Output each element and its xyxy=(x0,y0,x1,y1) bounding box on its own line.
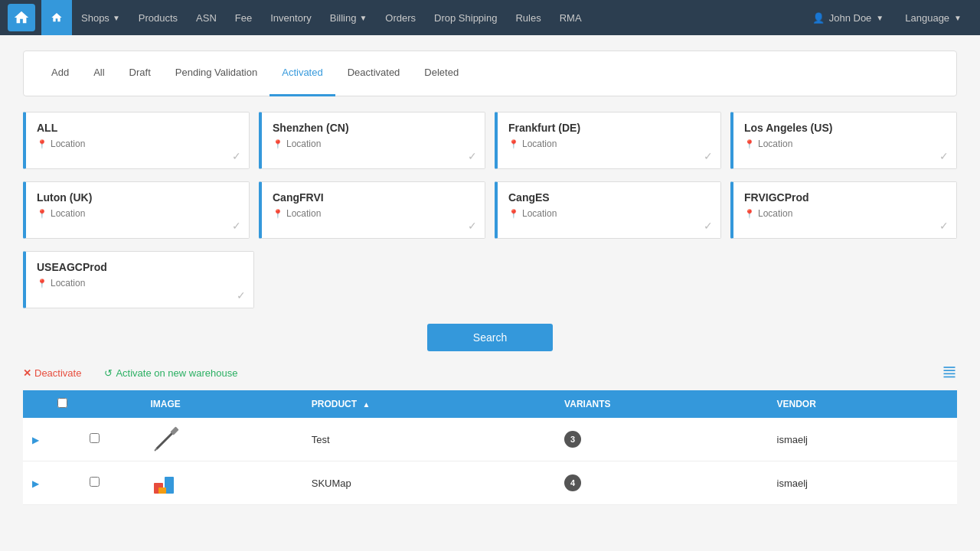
language-menu[interactable]: Language ▼ xyxy=(894,0,972,35)
warehouse-card-frankfurt[interactable]: Frankfurt (DE) 📍 Location ✓ xyxy=(495,112,721,169)
sort-icon: ▲ xyxy=(362,400,370,409)
location-icon: 📍 xyxy=(37,279,47,289)
row-variants-cell: 4 xyxy=(555,461,767,505)
svg-rect-3 xyxy=(944,377,956,378)
warehouse-grid-row1: ALL 📍 Location ✓ Shenzhen (CN) 📍 Locatio… xyxy=(23,112,957,169)
chevron-down-icon: ▼ xyxy=(954,14,962,22)
check-icon: ✓ xyxy=(939,220,949,232)
row-vendor-cell: ismaelj xyxy=(768,461,958,505)
expand-icon[interactable]: ▶ xyxy=(32,435,39,445)
activate-button[interactable]: ↺ Activate on new warehouse xyxy=(104,367,237,379)
search-btn-row: Search xyxy=(23,324,957,351)
location-icon: 📍 xyxy=(508,139,519,149)
table-header-row: IMAGE PRODUCT ▲ VARIANTS VENDOR xyxy=(23,390,957,418)
header-expand xyxy=(23,390,48,418)
row-image-cell xyxy=(142,418,302,461)
nav-fee[interactable]: Fee xyxy=(226,0,261,35)
tab-all[interactable]: All xyxy=(81,51,116,96)
x-icon: ✕ xyxy=(23,367,31,379)
nav-rma[interactable]: RMA xyxy=(550,0,591,35)
warehouse-card-shenzhen[interactable]: Shenzhen (CN) 📍 Location ✓ xyxy=(259,112,485,169)
warehouse-card-all[interactable]: ALL 📍 Location ✓ xyxy=(23,112,250,169)
check-icon: ✓ xyxy=(232,150,241,162)
nav-dropshipping[interactable]: Drop Shipping xyxy=(425,0,506,35)
product-image xyxy=(151,424,181,455)
check-icon: ✓ xyxy=(237,289,246,302)
table-row: ▶ SKUMap 4 xyxy=(23,461,957,505)
location-icon: 📍 xyxy=(37,209,47,219)
table-row: ▶ Test 3 xyxy=(23,418,957,461)
row-image-cell xyxy=(142,461,302,505)
check-icon: ✓ xyxy=(704,150,713,162)
header-variants: VARIANTS xyxy=(555,390,767,418)
tab-activated[interactable]: Activated xyxy=(270,51,335,96)
expand-icon[interactable]: ▶ xyxy=(32,478,39,489)
chevron-down-icon: ▼ xyxy=(113,14,120,22)
header-product[interactable]: PRODUCT ▲ xyxy=(302,390,555,418)
check-icon: ✓ xyxy=(468,220,477,232)
nav-orders[interactable]: Orders xyxy=(376,0,425,35)
nav-right: 👤 John Doe ▼ Language ▼ xyxy=(802,0,972,35)
warehouse-card-luton[interactable]: Luton (UK) 📍 Location ✓ xyxy=(23,181,250,239)
select-all-checkbox[interactable] xyxy=(57,398,67,408)
navbar: Shops ▼ Products ASN Fee Inventory Billi… xyxy=(0,0,980,35)
list-view-icon[interactable] xyxy=(942,364,957,383)
warehouse-card-useagcprod[interactable]: USEAGCProd 📍 Location ✓ xyxy=(23,251,254,308)
user-menu[interactable]: 👤 John Doe ▼ xyxy=(802,0,895,35)
header-image: IMAGE xyxy=(142,390,302,418)
nav-shops[interactable]: Shops ▼ xyxy=(72,0,129,35)
svg-rect-9 xyxy=(158,487,166,494)
row-checkbox[interactable] xyxy=(90,477,100,487)
check-icon: ✓ xyxy=(468,150,477,162)
tab-draft[interactable]: Draft xyxy=(117,51,163,96)
row-product-cell: Test xyxy=(302,418,555,461)
header-vendor: VENDOR xyxy=(768,390,958,418)
svg-rect-1 xyxy=(944,370,956,371)
tabs-card: Add All Draft Pending Validation Activat… xyxy=(23,51,957,96)
header-checkbox[interactable] xyxy=(48,390,142,418)
nav-asn[interactable]: ASN xyxy=(187,0,226,35)
chevron-down-icon: ▼ xyxy=(359,14,367,22)
check-icon: ✓ xyxy=(232,220,241,232)
nav-products[interactable]: Products xyxy=(129,0,187,35)
row-expand-cell[interactable]: ▶ xyxy=(23,461,48,505)
logo[interactable] xyxy=(8,4,35,31)
warehouse-grid-row3: USEAGCProd 📍 Location ✓ xyxy=(23,251,957,308)
main-content: Add All Draft Pending Validation Activat… xyxy=(0,35,980,520)
row-variants-cell: 3 xyxy=(555,418,767,461)
location-icon: 📍 xyxy=(273,139,283,149)
row-expand-cell[interactable]: ▶ xyxy=(23,418,48,461)
nav-billing[interactable]: Billing ▼ xyxy=(321,0,377,35)
warehouse-card-frvigcprod[interactable]: FRVIGCProd 📍 Location ✓ xyxy=(730,181,957,239)
tab-pending-validation[interactable]: Pending Validation xyxy=(163,51,270,96)
row-checkbox[interactable] xyxy=(90,433,100,443)
warehouse-card-losangeles[interactable]: Los Angeles (US) 📍 Location ✓ xyxy=(730,112,957,169)
variants-badge: 3 xyxy=(564,431,581,448)
deactivate-button[interactable]: ✕ Deactivate xyxy=(23,367,81,379)
product-image xyxy=(151,468,181,498)
svg-line-5 xyxy=(155,448,157,451)
location-icon: 📍 xyxy=(744,209,755,219)
nav-rules[interactable]: Rules xyxy=(506,0,550,35)
nav-inventory[interactable]: Inventory xyxy=(261,0,320,35)
empty-space xyxy=(263,251,957,308)
tab-deactivated[interactable]: Deactivated xyxy=(335,51,413,96)
location-icon: 📍 xyxy=(273,209,283,219)
refresh-icon: ↺ xyxy=(104,367,113,379)
svg-rect-0 xyxy=(944,367,956,368)
chevron-down-icon: ▼ xyxy=(876,14,884,22)
action-row: ✕ Deactivate ↺ Activate on new warehouse xyxy=(23,364,957,383)
row-checkbox-cell[interactable] xyxy=(48,461,142,505)
user-icon: 👤 xyxy=(812,12,825,24)
tab-deleted[interactable]: Deleted xyxy=(412,51,471,96)
home-button[interactable] xyxy=(41,0,72,35)
location-icon: 📍 xyxy=(744,139,755,149)
row-product-cell: SKUMap xyxy=(302,461,555,505)
warehouse-card-cangfrvi[interactable]: CangFRVI 📍 Location ✓ xyxy=(259,181,485,239)
check-icon: ✓ xyxy=(939,150,949,162)
tab-add[interactable]: Add xyxy=(39,51,81,96)
warehouse-card-canges[interactable]: CangES 📍 Location ✓ xyxy=(495,181,721,239)
svg-rect-2 xyxy=(944,373,956,375)
search-button[interactable]: Search xyxy=(427,324,553,351)
row-checkbox-cell[interactable] xyxy=(48,418,142,461)
